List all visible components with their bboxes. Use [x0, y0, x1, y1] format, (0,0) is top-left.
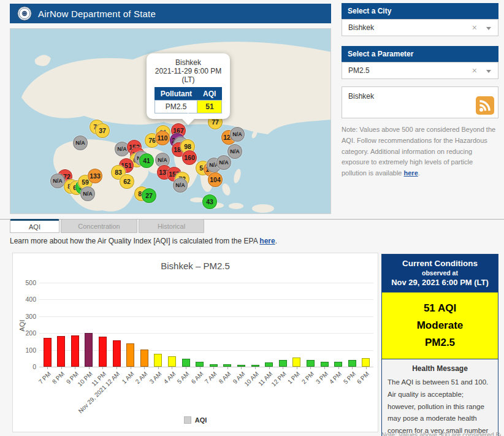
tab-concentration[interactable]: Concentration	[61, 219, 137, 233]
map-marker[interactable]: 133	[88, 169, 102, 183]
chart-bar[interactable]	[348, 360, 356, 367]
chart-title: Bishkek – PM2.5	[13, 261, 378, 271]
chart-bar[interactable]	[154, 354, 162, 367]
chart-x-tick	[227, 367, 228, 369]
chart-bar[interactable]	[334, 362, 342, 367]
map-marker[interactable]: N/A	[73, 136, 88, 150]
map-marker[interactable]: N/A	[227, 144, 242, 159]
select-city-header: Select a City	[342, 3, 498, 19]
parameter-caret-icon[interactable]	[486, 70, 491, 73]
map-marker[interactable]: N/A	[216, 155, 231, 170]
map-marker[interactable]: N/A	[173, 178, 188, 193]
popup-timezone: (LT)	[150, 75, 226, 84]
chart-bar[interactable]	[71, 335, 79, 367]
map-marker[interactable]: 110	[155, 131, 170, 145]
chart-x-tick	[241, 367, 242, 369]
current-aqi-value: 51 AQI	[384, 300, 495, 317]
chart-x-tick	[61, 367, 62, 369]
chart-bar[interactable]	[85, 333, 93, 367]
select-parameter-header: Select a Parameter	[342, 46, 498, 62]
map-marker[interactable]: 37	[95, 123, 110, 138]
sidebar-note-suffix: .	[418, 169, 420, 177]
feed-city-label: Bishkek	[348, 92, 374, 101]
chart-x-tick	[102, 367, 103, 369]
chart-x-tick	[131, 367, 131, 369]
popup-city: Bishkek	[150, 58, 226, 67]
health-message-text: The AQI is between 51 and 100. Air quali…	[388, 377, 492, 436]
chart-bar[interactable]	[196, 362, 204, 367]
chart-x-tick	[200, 367, 200, 369]
legend-label: AQI	[195, 416, 207, 424]
current-aqi-block: 51 AQI Moderate PM2.5	[382, 293, 498, 359]
map-marker[interactable]: 160	[182, 150, 197, 165]
map-marker[interactable]: 104	[208, 172, 223, 187]
map-marker[interactable]: N/A	[50, 174, 65, 188]
tab-historical[interactable]: Historical	[139, 219, 204, 233]
chart-bar[interactable]	[99, 337, 107, 367]
map-marker[interactable]: 62	[120, 174, 134, 189]
chart-bar[interactable]	[182, 359, 190, 367]
learn-more-suffix: .	[275, 237, 277, 245]
learn-more-link[interactable]: here	[259, 237, 275, 245]
feed-box: Bishkek	[342, 86, 498, 118]
chart-x-label: 6 AM	[189, 370, 204, 385]
chart-bar[interactable]	[140, 350, 148, 367]
chart-bar[interactable]	[265, 362, 273, 367]
parameter-select[interactable]: PM2.5 ×	[342, 62, 498, 79]
chart-y-tick: 200	[17, 329, 36, 337]
chart-y-tick: 400	[17, 296, 36, 303]
chart-x-label: 6 PM	[356, 370, 370, 385]
sidebar-note-link[interactable]: here	[404, 169, 418, 177]
city-clear-icon[interactable]: ×	[472, 20, 477, 36]
chart-bar[interactable]	[307, 360, 315, 367]
chart-bar[interactable]	[168, 356, 176, 367]
tab-aqi[interactable]: AQI	[10, 219, 59, 233]
chart-y-tick: 0	[17, 363, 36, 370]
chart-x-label: 10 AM	[243, 370, 260, 388]
health-message-section: Health Message The AQI is between 51 and…	[382, 359, 498, 436]
popup-datetime: 2021-11-29 6:00 PM	[150, 67, 226, 75]
chart-x-tick	[310, 367, 311, 369]
chart-bar[interactable]	[292, 358, 300, 367]
chart-x-tick	[213, 367, 214, 369]
map-marker[interactable]: 43	[202, 194, 217, 209]
chart-x-label: 2 PM	[300, 370, 315, 385]
chart-gridline	[39, 299, 373, 300]
aqi-chart: Bishkek – PM2.5 AQI 01002003004005007 PM…	[12, 253, 378, 432]
chart-bar[interactable]	[113, 340, 121, 367]
chart-x-tick	[89, 367, 90, 369]
chart-bar[interactable]	[126, 343, 134, 367]
popup-col-pollutant: Pollutant	[155, 88, 197, 101]
aqi-map[interactable]: 7237N/AN/A7691110167215N/A18098160152149…	[10, 28, 331, 214]
app-title: AirNow Department of State	[38, 9, 156, 19]
chart-x-tick	[269, 367, 270, 369]
chart-x-tick	[283, 367, 283, 369]
chart-bar[interactable]	[279, 360, 287, 367]
city-caret-icon[interactable]	[486, 27, 491, 30]
app-header: AirNow Department of State	[10, 4, 331, 23]
learn-more-prefix: Learn more about how the Air Quality Ind…	[10, 237, 259, 245]
state-department-seal-icon	[17, 6, 32, 21]
map-marker[interactable]: 41	[139, 153, 154, 168]
chart-y-tick: 500	[17, 279, 36, 286]
chart-bar[interactable]	[362, 358, 370, 367]
current-aqi-pollutant: PM2.5	[384, 334, 495, 351]
parameter-clear-icon[interactable]: ×	[472, 63, 477, 78]
chart-x-tick	[144, 367, 145, 369]
map-marker[interactable]: 27	[142, 188, 156, 203]
chart-x-label: 3 PM	[314, 370, 329, 385]
chart-bar[interactable]	[57, 336, 65, 367]
chart-x-tick	[75, 367, 75, 369]
chart-legend: AQI	[13, 416, 378, 424]
rss-icon[interactable]	[476, 96, 494, 115]
popup-table: Pollutant AQI PM2.5 51	[155, 87, 223, 113]
popup-col-aqi: AQI	[197, 88, 222, 101]
city-select-value: Bishkek	[348, 23, 374, 32]
chart-bar[interactable]	[321, 362, 329, 367]
map-marker[interactable]: N/A	[230, 127, 245, 142]
page: AirNow Department of State 7237N/AN/A769…	[0, 0, 504, 436]
chart-bar[interactable]	[44, 338, 52, 367]
city-select[interactable]: Bishkek ×	[342, 19, 498, 36]
chart-x-tick	[324, 367, 325, 369]
map-marker[interactable]: N/A	[80, 186, 95, 201]
